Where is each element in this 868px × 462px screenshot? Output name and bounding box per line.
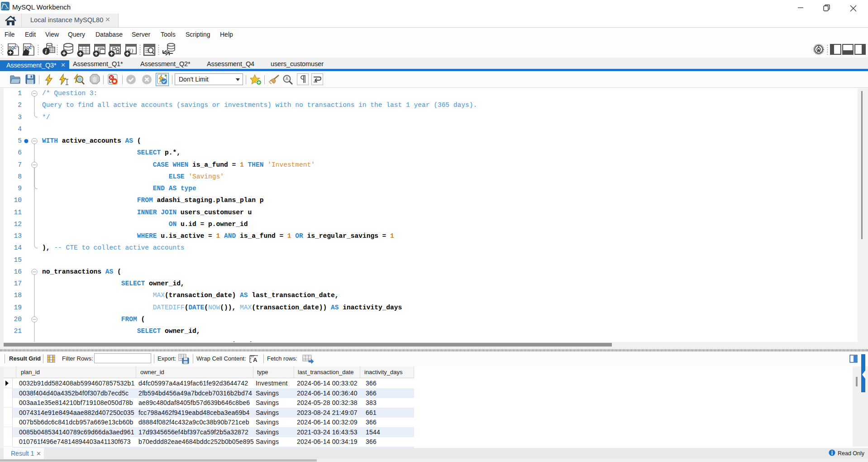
svg-text:SQL: SQL [9, 46, 16, 50]
svg-text:i: i [45, 48, 47, 55]
svg-text:SQL: SQL [24, 46, 32, 50]
svg-text:A: A [253, 356, 258, 363]
